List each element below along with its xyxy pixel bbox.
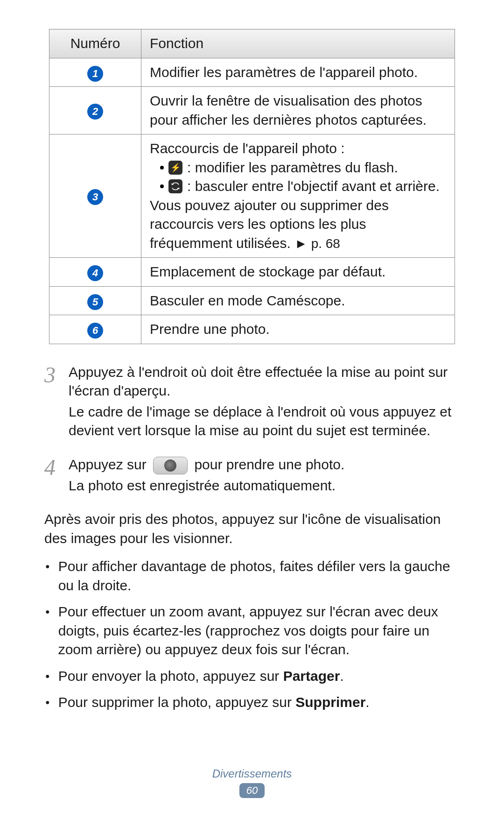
tip-4-bold: Supprimer bbox=[295, 694, 365, 710]
table-header-row: Numéro Fonction bbox=[49, 29, 455, 58]
step-3: 3 Appuyez à l'endroit où doit être effec… bbox=[44, 363, 460, 442]
step-3-body: Appuyez à l'endroit où doit être effectu… bbox=[69, 363, 460, 442]
bullet-icon bbox=[160, 166, 164, 170]
list-item: Pour afficher davantage de photos, faite… bbox=[44, 557, 460, 595]
step-4-p1: Appuyez sur pour prendre une photo. bbox=[69, 455, 460, 474]
tip-2: Pour effectuer un zoom avant, appuyez su… bbox=[58, 602, 460, 659]
table-row: 4 Emplacement de stockage par défaut. bbox=[49, 258, 455, 287]
list-item: Pour supprimer la photo, appuyez sur Sup… bbox=[44, 693, 460, 712]
tip-3-bold: Partager bbox=[283, 668, 340, 684]
row-3-intro: Raccourcis de l'appareil photo : bbox=[150, 139, 446, 158]
row-1-desc: Modifier les paramètres de l'appareil ph… bbox=[141, 58, 455, 87]
list-item: Pour effectuer un zoom avant, appuyez su… bbox=[44, 602, 460, 659]
table-row: 2 Ouvrir la fenêtre de visualisation des… bbox=[49, 87, 455, 134]
header-number: Numéro bbox=[49, 29, 141, 58]
badge-3: 3 bbox=[87, 189, 103, 205]
badge-4: 4 bbox=[87, 265, 103, 281]
switch-camera-icon bbox=[168, 179, 182, 193]
tips-list: Pour afficher davantage de photos, faite… bbox=[44, 557, 460, 712]
list-item: Pour envoyer la photo, appuyez sur Parta… bbox=[44, 667, 460, 686]
after-lead: Après avoir pris des photos, appuyez sur… bbox=[44, 510, 460, 548]
badge-2: 2 bbox=[87, 104, 103, 120]
step-4-p1a: Appuyez sur bbox=[69, 457, 150, 472]
row-3-flash-text: : modifier les paramètres du flash. bbox=[187, 158, 398, 177]
step-3-p2: Le cadre de l'image se déplace à l'endro… bbox=[69, 403, 460, 440]
step-number: 3 bbox=[44, 363, 69, 442]
table-row: 1 Modifier les paramètres de l'appareil … bbox=[49, 58, 455, 87]
camera-shutter-icon bbox=[153, 457, 188, 474]
row-3-desc: Raccourcis de l'appareil photo : : modif… bbox=[141, 134, 455, 258]
step-4-body: Appuyez sur pour prendre une photo. La p… bbox=[69, 455, 460, 497]
row-3-tail-text: Vous pouvez ajouter ou supprimer des rac… bbox=[150, 198, 389, 251]
step-4-p2: La photo est enregistrée automatiquement… bbox=[69, 476, 460, 495]
row-3-flash-line: : modifier les paramètres du flash. bbox=[160, 158, 446, 177]
steps-block: 3 Appuyez à l'endroit où doit être effec… bbox=[44, 363, 460, 497]
step-4: 4 Appuyez sur pour prendre une photo. La… bbox=[44, 455, 460, 497]
badge-1: 1 bbox=[87, 66, 103, 82]
tip-4c: . bbox=[365, 694, 369, 710]
tip-4a: Pour supprimer la photo, appuyez sur bbox=[58, 694, 296, 710]
tip-3: Pour envoyer la photo, appuyez sur Parta… bbox=[58, 667, 460, 686]
step-3-p1: Appuyez à l'endroit où doit être effectu… bbox=[69, 363, 460, 401]
row-6-desc: Prendre une photo. bbox=[141, 315, 455, 344]
header-function: Fonction bbox=[141, 29, 455, 58]
tip-1: Pour afficher davantage de photos, faite… bbox=[58, 557, 460, 595]
page-number: 60 bbox=[239, 783, 265, 798]
page-ref: ► p. 68 bbox=[294, 236, 340, 251]
row-4-desc: Emplacement de stockage par défaut. bbox=[141, 258, 455, 287]
tip-3a: Pour envoyer la photo, appuyez sur bbox=[58, 668, 283, 684]
badge-5: 5 bbox=[87, 294, 103, 310]
table-row: 6 Prendre une photo. bbox=[49, 315, 455, 344]
flash-icon bbox=[168, 161, 182, 175]
function-table: Numéro Fonction 1 Modifier les paramètre… bbox=[49, 29, 455, 344]
page-footer: Divertissements 60 bbox=[0, 767, 504, 798]
badge-6: 6 bbox=[87, 323, 103, 339]
tip-4: Pour supprimer la photo, appuyez sur Sup… bbox=[58, 693, 460, 712]
manual-page: Numéro Fonction 1 Modifier les paramètre… bbox=[0, 0, 504, 827]
table-row: 5 Basculer en mode Caméscope. bbox=[49, 286, 455, 315]
after-block: Après avoir pris des photos, appuyez sur… bbox=[44, 510, 460, 712]
row-2-desc: Ouvrir la fenêtre de visualisation des p… bbox=[141, 87, 455, 134]
step-number: 4 bbox=[44, 455, 69, 497]
table-row: 3 Raccourcis de l'appareil photo : : mod… bbox=[49, 134, 455, 258]
row-3-switch-line: : basculer entre l'objectif avant et arr… bbox=[160, 177, 446, 196]
footer-section-name: Divertissements bbox=[0, 767, 504, 780]
row-5-desc: Basculer en mode Caméscope. bbox=[141, 286, 455, 315]
step-4-p1b: pour prendre une photo. bbox=[190, 457, 344, 472]
row-3-switch-text: : basculer entre l'objectif avant et arr… bbox=[187, 177, 440, 196]
tip-3c: . bbox=[340, 668, 343, 684]
bullet-icon bbox=[160, 184, 164, 188]
row-3-tail: Vous pouvez ajouter ou supprimer des rac… bbox=[150, 196, 446, 253]
